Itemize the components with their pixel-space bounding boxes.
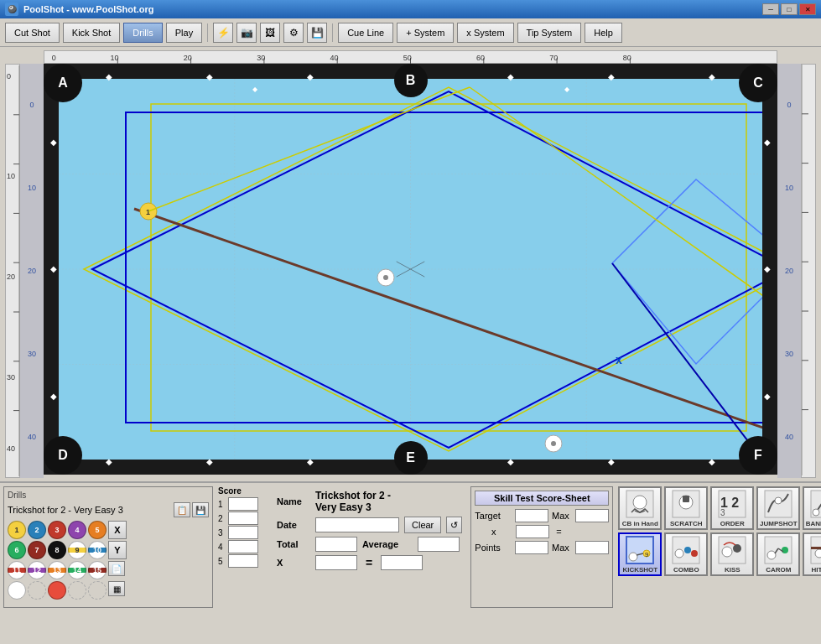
tip-system-button[interactable]: Tip System (517, 23, 582, 43)
cut-shot-button[interactable]: Cut Shot (5, 23, 60, 43)
y-button[interactable]: Y (108, 541, 127, 559)
cb-in-hand-button[interactable]: CB in Hand (618, 486, 662, 530)
ball-6[interactable]: 6 (8, 541, 26, 559)
drill-list-button[interactable]: 📄 (108, 561, 125, 576)
ball-14[interactable]: 14 (68, 561, 86, 579)
kickshot-button[interactable]: 9 KICKSHOT (618, 532, 662, 576)
kick-shot-button[interactable]: Kick Shot (63, 23, 120, 43)
right-num-40: 40 (785, 433, 793, 441)
bankshot-button[interactable]: BANKSHOT (803, 486, 821, 530)
pool-table[interactable]: 1 9 x ◆ ◆ ◆ (44, 64, 777, 478)
ball-red[interactable] (48, 581, 66, 600)
kiss-button[interactable]: KISS (710, 532, 754, 576)
skill-x-row: x = (475, 525, 609, 538)
max-input[interactable] (575, 509, 609, 522)
bankshot-icon (809, 489, 821, 519)
score-row-3: 3 (218, 526, 268, 539)
save-icon-button[interactable]: 💾 (307, 23, 327, 43)
ball-3[interactable]: 3 (48, 521, 66, 539)
clear-button[interactable]: Clear (404, 517, 441, 533)
close-button[interactable]: ✕ (799, 3, 816, 15)
scratch-icon (671, 489, 701, 519)
plus-system-button[interactable]: + System (397, 23, 454, 43)
x-system-button[interactable]: x System (457, 23, 513, 43)
play-button[interactable]: Play (166, 23, 202, 43)
right-side-numbers: 0 10 20 30 40 (777, 64, 801, 478)
target-input[interactable] (515, 509, 548, 522)
refresh-button[interactable]: ↺ (446, 517, 462, 533)
ball-7[interactable]: 7 (28, 541, 46, 559)
ball-11[interactable]: 11 (8, 561, 26, 579)
drills-button[interactable]: Drills (123, 23, 162, 43)
ball-cue[interactable] (8, 581, 26, 600)
points-input[interactable] (515, 541, 548, 554)
svg-point-67 (633, 496, 647, 509)
ball-2[interactable]: 2 (28, 521, 46, 539)
x-skill-input[interactable] (516, 525, 549, 538)
felt-surface[interactable]: 1 9 x ◆ ◆ ◆ (59, 79, 762, 460)
jumpshot-button[interactable]: JUMPSHOT (756, 486, 800, 530)
order-button[interactable]: 1 2 3 ORDER (710, 486, 754, 530)
drill-save-button[interactable]: 💾 (192, 502, 209, 517)
ball-15[interactable]: 15 (88, 561, 107, 579)
svg-marker-40 (84, 87, 762, 451)
x-button[interactable]: X (108, 521, 127, 539)
ball-empty-2[interactable] (68, 581, 86, 600)
score-input-1[interactable] (228, 497, 258, 511)
target-row: Target Max (475, 509, 609, 522)
date-input[interactable] (315, 517, 399, 532)
hitrail-button[interactable]: HITRAIL (803, 532, 821, 576)
ball-1[interactable]: 1 (8, 521, 26, 539)
left-side-numbers: 0 10 20 30 40 (20, 64, 44, 478)
power-icon-button[interactable]: ⚡ (213, 23, 233, 43)
result-input[interactable] (381, 555, 423, 570)
ball-9[interactable]: 9 (68, 541, 86, 559)
ball-12[interactable]: 12 (28, 561, 46, 579)
total-input[interactable] (315, 537, 357, 552)
info-icon-button[interactable]: 🖼 (260, 23, 280, 43)
window-controls: ─ □ ✕ (762, 3, 816, 15)
ball-4[interactable]: 4 (68, 521, 86, 539)
ball-row-1: 1 2 3 4 5 X (8, 521, 127, 539)
camera-icon-button[interactable]: 📷 (236, 23, 257, 43)
name-row: Name Trickshot for 2 -Very Easy 3 (277, 490, 462, 513)
help-button[interactable]: Help (585, 23, 622, 43)
ball-10[interactable]: 10 (88, 541, 107, 559)
svg-point-77 (813, 509, 819, 516)
svg-point-85 (691, 550, 698, 557)
ball-13[interactable]: 13 (48, 561, 66, 579)
ball-8[interactable]: 8 (48, 541, 66, 559)
jumpshot-label: JUMPSHOT (760, 520, 797, 527)
svg-line-45 (612, 263, 762, 460)
minimize-button[interactable]: ─ (762, 3, 779, 15)
name-value: Trickshot for 2 -Very Easy 3 (315, 490, 391, 513)
ball-5[interactable]: 5 (88, 521, 107, 539)
drills-panel-title: Drills (8, 491, 209, 500)
svg-marker-42 (92, 91, 762, 448)
score-row-2: 2 (218, 512, 268, 525)
x-input[interactable] (315, 555, 357, 570)
ball-empty-1[interactable] (28, 581, 46, 600)
settings-icon-button[interactable]: ⚙ (283, 23, 304, 43)
skill-test-button[interactable]: Skill Test Score-Sheet (475, 491, 609, 506)
combo-button[interactable]: COMBO (664, 532, 708, 576)
max-input-2[interactable] (575, 541, 609, 554)
average-input[interactable] (418, 537, 460, 552)
maximize-button[interactable]: □ (781, 3, 798, 15)
score-input-5[interactable] (228, 554, 258, 568)
carom-button[interactable]: CAROM (756, 532, 800, 576)
svg-text:9: 9 (645, 551, 649, 558)
score-input-2[interactable] (228, 512, 258, 525)
score-input-3[interactable] (228, 526, 258, 539)
svg-text:60: 60 (476, 54, 485, 62)
right-side: 0 10 20 30 40 (777, 64, 816, 478)
drill-copy-button[interactable]: 📋 (174, 502, 190, 517)
score-input-4[interactable] (228, 540, 258, 553)
scratch-button[interactable]: SCRATCH (664, 486, 708, 530)
cue-line-button[interactable]: Cue Line (338, 23, 393, 43)
ball-row-4: ▦ (8, 581, 127, 600)
ball-empty-3[interactable] (88, 581, 107, 600)
svg-text:10: 10 (111, 54, 119, 62)
grid-icon-button[interactable]: ▦ (108, 581, 125, 596)
svg-text:40: 40 (7, 444, 15, 453)
